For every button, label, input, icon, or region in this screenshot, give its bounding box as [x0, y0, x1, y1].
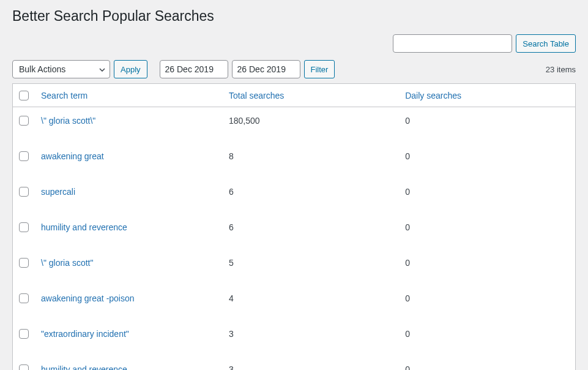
row-daily-cell: 0 — [399, 356, 575, 370]
date-from-input[interactable] — [160, 60, 228, 78]
row-checkbox[interactable] — [19, 222, 29, 232]
table-row: "extraordinary incident"30 — [13, 320, 576, 356]
row-check-cell — [13, 356, 35, 370]
search-term-link[interactable]: awakening great -poison — [41, 293, 135, 303]
column-header-total-searches[interactable]: Total searches — [229, 91, 284, 100]
search-term-link[interactable]: humility and reverence — [41, 364, 127, 370]
row-checkbox[interactable] — [19, 151, 29, 161]
bulk-actions-wrap: Bulk Actions — [12, 60, 110, 78]
apply-button[interactable]: Apply — [114, 60, 147, 78]
column-header-search-term[interactable]: Search term — [41, 91, 87, 100]
row-total-cell: 6 — [223, 178, 399, 214]
search-term-link[interactable]: \" gloria scott\" — [41, 116, 95, 126]
search-term-link[interactable]: supercali — [41, 187, 75, 197]
row-check-cell — [13, 249, 35, 285]
row-total-cell: 8 — [223, 143, 399, 178]
row-total-cell: 4 — [223, 285, 399, 320]
column-header-daily-searches[interactable]: Daily searches — [405, 91, 461, 100]
row-daily-cell: 0 — [399, 107, 575, 143]
row-daily-cell: 0 — [399, 285, 575, 320]
row-checkbox[interactable] — [19, 364, 29, 370]
row-check-cell — [13, 107, 35, 143]
row-check-cell — [13, 214, 35, 249]
row-term-cell: "extraordinary incident" — [35, 320, 223, 356]
bulk-actions-select[interactable]: Bulk Actions — [12, 60, 110, 78]
row-daily-cell: 0 — [399, 178, 575, 214]
select-all-checkbox[interactable] — [19, 91, 29, 100]
search-bar: Search Table — [12, 29, 576, 55]
row-term-cell: humility and reverence — [35, 214, 223, 249]
row-term-cell: awakening great — [35, 143, 223, 178]
row-term-cell: humility and reverence — [35, 356, 223, 370]
table-header-row: Search term Total searches Daily searche… — [13, 84, 576, 107]
table-row: awakening great -poison40 — [13, 285, 576, 320]
row-checkbox[interactable] — [19, 116, 29, 126]
row-daily-cell: 0 — [399, 214, 575, 249]
search-input[interactable] — [393, 34, 512, 53]
filter-button[interactable]: Filter — [304, 60, 335, 78]
row-check-cell — [13, 178, 35, 214]
search-term-link[interactable]: humility and reverence — [41, 222, 127, 232]
search-table-button[interactable]: Search Table — [516, 34, 576, 53]
row-checkbox[interactable] — [19, 258, 29, 268]
page-title: Better Search Popular Searches — [12, 0, 576, 29]
date-filter-group: Filter — [160, 60, 335, 78]
row-daily-cell: 0 — [399, 143, 575, 178]
table-row: awakening great80 — [13, 143, 576, 178]
row-total-cell: 3 — [223, 356, 399, 370]
row-total-cell: 6 — [223, 214, 399, 249]
table-row: \" gloria scott"50 — [13, 249, 576, 285]
item-count: 23 items — [546, 65, 576, 74]
row-total-cell: 5 — [223, 249, 399, 285]
toolbar: Bulk Actions Apply Filter 23 items — [12, 55, 576, 83]
row-check-cell — [13, 285, 35, 320]
search-term-link[interactable]: \" gloria scott" — [41, 258, 93, 268]
row-total-cell: 3 — [223, 320, 399, 356]
row-term-cell: \" gloria scott" — [35, 249, 223, 285]
row-term-cell: awakening great -poison — [35, 285, 223, 320]
row-daily-cell: 0 — [399, 320, 575, 356]
row-checkbox[interactable] — [19, 187, 29, 197]
row-daily-cell: 0 — [399, 249, 575, 285]
searches-table: Search term Total searches Daily searche… — [12, 83, 576, 370]
row-term-cell: supercali — [35, 178, 223, 214]
table-row: \" gloria scott\"180,5000 — [13, 107, 576, 143]
date-to-input[interactable] — [232, 60, 300, 78]
toolbar-left: Bulk Actions Apply Filter — [12, 60, 335, 78]
row-check-cell — [13, 143, 35, 178]
table-row: humility and reverence60 — [13, 214, 576, 249]
row-checkbox[interactable] — [19, 293, 29, 303]
table-row: humility and reverence30 — [13, 356, 576, 370]
row-checkbox[interactable] — [19, 329, 29, 339]
row-term-cell: \" gloria scott\" — [35, 107, 223, 143]
search-term-link[interactable]: awakening great — [41, 151, 104, 161]
search-term-link[interactable]: "extraordinary incident" — [41, 329, 129, 339]
select-all-header — [13, 84, 35, 107]
row-total-cell: 180,500 — [223, 107, 399, 143]
table-row: supercali60 — [13, 178, 576, 214]
row-check-cell — [13, 320, 35, 356]
